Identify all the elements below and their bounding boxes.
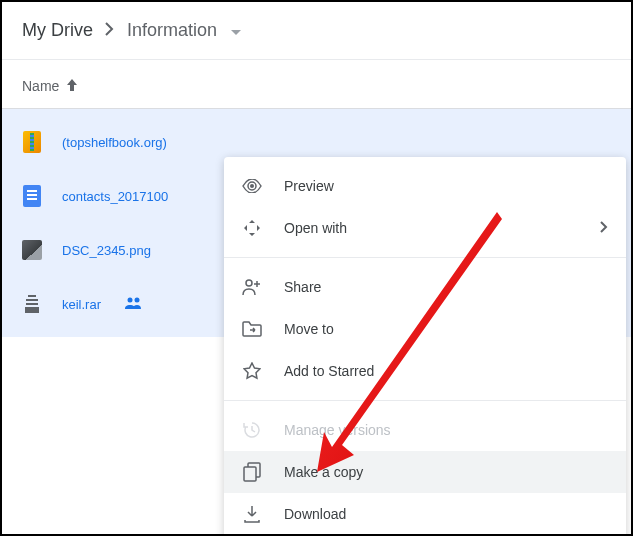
menu-divider bbox=[224, 257, 626, 258]
open-with-icon bbox=[242, 218, 262, 238]
menu-manage-versions: Manage versions bbox=[224, 409, 626, 451]
rar-file-icon bbox=[22, 292, 42, 316]
menu-label: Preview bbox=[284, 178, 334, 194]
chevron-right-icon bbox=[105, 22, 115, 40]
menu-make-a-copy[interactable]: Make a copy bbox=[224, 451, 626, 493]
history-icon bbox=[242, 420, 262, 440]
svg-point-1 bbox=[135, 297, 140, 302]
zip-file-icon bbox=[22, 130, 42, 154]
file-name: keil.rar bbox=[62, 297, 101, 312]
doc-file-icon bbox=[22, 184, 42, 208]
svg-point-0 bbox=[128, 297, 133, 302]
menu-label: Share bbox=[284, 279, 321, 295]
eye-icon bbox=[242, 176, 262, 196]
folder-move-icon bbox=[242, 319, 262, 339]
menu-divider bbox=[224, 400, 626, 401]
sort-arrow-up-icon bbox=[67, 78, 77, 94]
menu-label: Open with bbox=[284, 220, 347, 236]
name-column-label: Name bbox=[22, 78, 59, 94]
download-icon bbox=[242, 504, 262, 524]
breadcrumb: My Drive Information bbox=[2, 2, 631, 60]
file-name: (topshelfbook.org) bbox=[62, 135, 167, 150]
menu-preview[interactable]: Preview bbox=[224, 165, 626, 207]
chevron-right-icon bbox=[600, 220, 608, 236]
column-header[interactable]: Name bbox=[2, 60, 631, 109]
breadcrumb-current[interactable]: Information bbox=[127, 20, 217, 41]
share-icon bbox=[242, 277, 262, 297]
menu-label: Manage versions bbox=[284, 422, 391, 438]
menu-label: Make a copy bbox=[284, 464, 363, 480]
copy-icon bbox=[242, 462, 262, 482]
menu-move-to[interactable]: Move to bbox=[224, 308, 626, 350]
menu-label: Add to Starred bbox=[284, 363, 374, 379]
file-name: contacts_2017100 bbox=[62, 189, 168, 204]
menu-open-with[interactable]: Open with bbox=[224, 207, 626, 249]
menu-label: Move to bbox=[284, 321, 334, 337]
star-icon bbox=[242, 361, 262, 381]
svg-rect-4 bbox=[244, 467, 256, 481]
menu-download[interactable]: Download bbox=[224, 493, 626, 535]
menu-label: Download bbox=[284, 506, 346, 522]
menu-add-to-starred[interactable]: Add to Starred bbox=[224, 350, 626, 392]
menu-share[interactable]: Share bbox=[224, 266, 626, 308]
svg-point-2 bbox=[250, 184, 254, 188]
image-file-icon bbox=[22, 238, 42, 262]
breadcrumb-root[interactable]: My Drive bbox=[22, 20, 93, 41]
context-menu: Preview Open with Share Move to Add to S… bbox=[224, 157, 626, 536]
shared-icon bbox=[125, 297, 143, 312]
svg-point-3 bbox=[246, 280, 252, 286]
dropdown-icon[interactable] bbox=[231, 22, 241, 40]
file-name: DSC_2345.png bbox=[62, 243, 151, 258]
